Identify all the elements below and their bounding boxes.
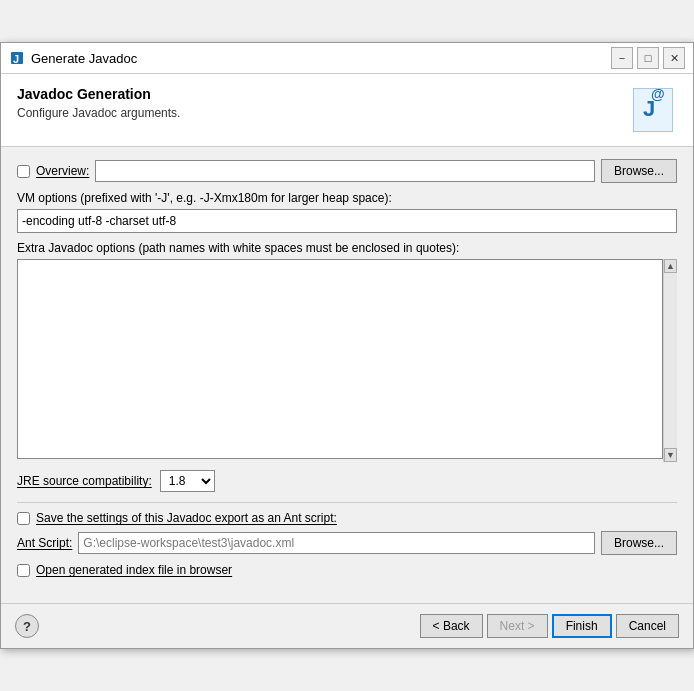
ant-save-label: Save the settings of this Javadoc export… [36, 511, 337, 525]
ant-browse-button[interactable]: Browse... [601, 531, 677, 555]
window-title: Generate Javadoc [31, 51, 605, 66]
overview-input[interactable] [95, 160, 595, 182]
extra-options-wrapper: ▲ ▼ [17, 259, 677, 462]
header-section: Javadoc Generation Configure Javadoc arg… [1, 74, 693, 147]
header-subtitle: Configure Javadoc arguments. [17, 106, 180, 120]
title-bar: J Generate Javadoc − □ ✕ [1, 43, 693, 74]
cancel-button[interactable]: Cancel [616, 614, 679, 638]
extra-options-textarea[interactable] [17, 259, 663, 459]
window-controls: − □ ✕ [611, 47, 685, 69]
ant-script-input[interactable] [78, 532, 595, 554]
finish-button[interactable]: Finish [552, 614, 612, 638]
open-index-label: Open generated index file in browser [36, 563, 232, 577]
content-area: Overview: Browse... VM options (prefixed… [1, 147, 693, 597]
minimize-button[interactable]: − [611, 47, 633, 69]
textarea-scrollbar[interactable]: ▲ ▼ [663, 259, 677, 462]
scroll-down-btn[interactable]: ▼ [664, 448, 677, 462]
header-text: Javadoc Generation Configure Javadoc arg… [17, 86, 180, 120]
help-button[interactable]: ? [15, 614, 39, 638]
ant-save-checkbox[interactable] [17, 512, 30, 525]
overview-row: Overview: Browse... [17, 159, 677, 183]
jre-label: JRE source compatibility: [17, 474, 152, 488]
ant-save-row: Save the settings of this Javadoc export… [17, 511, 677, 525]
window-icon: J [9, 50, 25, 66]
header-title: Javadoc Generation [17, 86, 180, 102]
close-button[interactable]: ✕ [663, 47, 685, 69]
header-icon-letter: J [643, 96, 655, 122]
next-button[interactable]: Next > [487, 614, 548, 638]
svg-text:J: J [13, 53, 19, 65]
extra-options-label: Extra Javadoc options (path names with w… [17, 241, 677, 255]
jre-dropdown[interactable]: 1.8 11 17 [160, 470, 215, 492]
main-window: J Generate Javadoc − □ ✕ Javadoc Generat… [0, 42, 694, 649]
ant-script-row: Ant Script: Browse... [17, 531, 677, 555]
open-index-row: Open generated index file in browser [17, 563, 677, 577]
jre-row: JRE source compatibility: 1.8 11 17 [17, 470, 677, 492]
ant-script-label: Ant Script: [17, 536, 72, 550]
nav-buttons: < Back Next > Finish Cancel [420, 614, 679, 638]
header-icon: @ J [629, 86, 677, 134]
vm-options-input[interactable] [17, 209, 677, 233]
divider [17, 502, 677, 503]
scroll-up-btn[interactable]: ▲ [664, 259, 677, 273]
scroll-track [664, 273, 677, 448]
maximize-button[interactable]: □ [637, 47, 659, 69]
overview-label: Overview: [36, 164, 89, 178]
overview-browse-button[interactable]: Browse... [601, 159, 677, 183]
open-index-checkbox[interactable] [17, 564, 30, 577]
overview-checkbox[interactable] [17, 165, 30, 178]
vm-options-label: VM options (prefixed with '-J', e.g. -J-… [17, 191, 677, 205]
back-button[interactable]: < Back [420, 614, 483, 638]
bottom-bar: ? < Back Next > Finish Cancel [1, 603, 693, 648]
